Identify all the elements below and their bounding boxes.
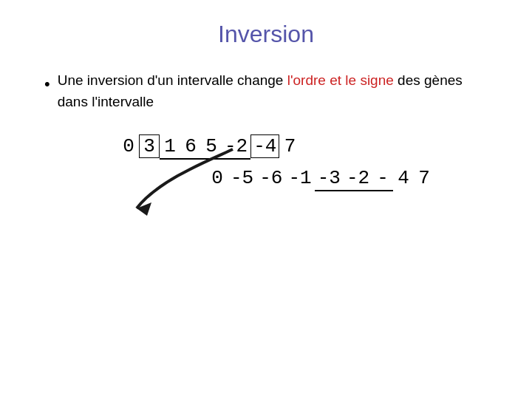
seq-bot-item-2: -6 [256, 167, 285, 189]
page-title: Inversion [0, 0, 532, 63]
seq-bot-item-1: -5 [228, 167, 256, 189]
seq-bot-item-8: 7 [414, 167, 434, 189]
seq-bot-item-5: -2 [344, 167, 372, 189]
seq-top-item-7: 7 [279, 135, 300, 157]
bullet-highlight: l'ordre et le signe [287, 72, 394, 88]
seq-bot-item-0: 0 [207, 167, 228, 189]
bullet-text: Une inversion d'un intervalle change l'o… [58, 70, 488, 112]
seq-bot-item-6: - [372, 167, 393, 189]
bullet-dot: • [44, 72, 50, 96]
bullet-section: • Une inversion d'un intervalle change l… [44, 70, 488, 112]
sequence-bottom: 0 -5 -6 -1 -3 -2 - 4 7 [207, 167, 532, 189]
bullet-prefix: Une inversion d'un intervalle change [58, 72, 287, 88]
seq-bot-item-7: 4 [393, 167, 414, 189]
sequence-area: 0 3 1 6 5 -2 -4 7 0 -5 [0, 134, 532, 189]
seq-bot-item-3: -1 [285, 167, 314, 189]
page: Inversion • Une inversion d'un intervall… [0, 0, 532, 399]
seq-bot-item-4: -3 [315, 167, 344, 189]
